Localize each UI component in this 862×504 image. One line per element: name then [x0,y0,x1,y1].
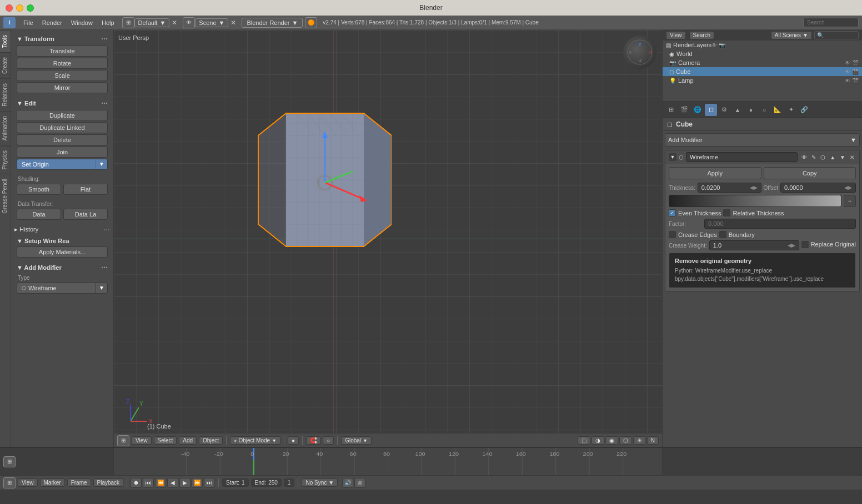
menu-render[interactable]: Render [38,18,67,27]
select-menu[interactable]: Select [154,436,177,445]
edit-header[interactable]: ▼ Edit ··· [14,98,110,109]
crease-weight-input[interactable]: 1.0 ◀▶ [709,240,799,250]
props-tab-object[interactable]: ◻ [705,104,717,116]
rotate-button[interactable]: Rotate [17,58,108,69]
view-icon[interactable]: 👁 [183,17,195,28]
close-button[interactable] [6,4,13,12]
object-mode-dropdown[interactable]: ● Object Mode ▼ [230,436,280,445]
modifier-edit-eye[interactable]: ✎ [810,154,818,161]
bottom-playback[interactable]: Playback [93,478,124,487]
wireframe-type-arrow[interactable]: ▼ [96,283,107,293]
lamp-render[interactable]: 🎬 [852,78,859,84]
props-tab-world[interactable]: 🌐 [691,104,704,116]
camera-render[interactable]: 🎬 [852,60,859,66]
global-search[interactable] [803,18,859,27]
solid-btn[interactable]: ◉ [605,436,618,445]
duplicate-linked-button[interactable]: Duplicate Linked [17,122,108,133]
audio-scrub-btn[interactable]: ◎ [354,478,365,488]
props-tab-modifiers[interactable]: ▲ [731,104,744,116]
layout-dropdown[interactable]: Default ▼ [134,18,170,27]
add-modifier-button[interactable]: Add Modifier ▼ [665,133,860,147]
outliner-search[interactable] [814,31,859,39]
mirror-button[interactable]: Mirror [17,82,108,93]
menu-help[interactable]: Help [97,18,119,27]
view-btn-outliner[interactable]: View [666,31,686,39]
rendered-btn[interactable]: ☀ [633,436,646,445]
history-row[interactable]: ▸ History ··· [11,223,113,235]
cube-render[interactable]: 🎬 [852,69,859,75]
bottom-frame[interactable]: Frame [67,478,91,487]
smooth-button[interactable]: Smooth [17,184,61,195]
props-tab-render[interactable]: ⊞ [665,104,677,116]
edit-options[interactable]: ··· [101,99,108,108]
apply-button[interactable]: Apply [669,167,761,179]
modifier-cage[interactable]: ⬡ [819,154,827,161]
modifier-down[interactable]: ▼ [838,154,847,161]
outliner-renderlayers[interactable]: ▤ RenderLayers 👁 📷 [663,41,862,49]
outliner-cube[interactable]: ◻ Cube 👁 🎬 [663,67,862,76]
render-preview-btn[interactable]: ◑ [592,436,604,445]
camera-eye[interactable]: 👁 [845,60,850,66]
all-scenes-dropdown[interactable]: All Scenes ▼ [771,31,812,39]
timeline-mode-icon[interactable]: ⊞ [3,456,16,467]
transform-header[interactable]: ▼ Transform ··· [14,33,110,44]
join-button[interactable]: Join [17,147,108,158]
set-origin-button[interactable]: Set Origin ▼ [17,159,108,170]
maximize-button[interactable] [27,4,34,12]
search-btn-outliner[interactable]: Search [689,31,715,39]
setup-header[interactable]: ▼ Setup Wire Rea [14,236,110,245]
gradient-flip[interactable]: ↔ [844,195,856,207]
relative-thickness-checkbox[interactable] [723,209,730,216]
scene-close[interactable]: ✕ [228,19,238,27]
btn-play-back[interactable]: ◀ [167,478,178,488]
scale-button[interactable]: Scale [17,70,108,81]
props-tab-particles[interactable]: ✦ [785,104,797,116]
global-dropdown[interactable]: Global ▼ [341,436,372,445]
sidebar-tab-create[interactable]: Create [0,52,11,78]
crease-edges-checkbox[interactable] [669,231,676,238]
bottom-view[interactable]: View [18,478,38,487]
sidebar-tab-tools[interactable]: Tools [0,30,11,52]
outliner-lamp[interactable]: 💡 Lamp 👁 🎬 [663,76,862,85]
data-la-button[interactable]: Data La [63,209,108,220]
timeline-ruler-area[interactable]: -40 -20 0 20 40 60 80 100 120 140 160 18… [114,448,662,475]
outliner-camera[interactable]: 📷 Camera 👁 🎬 [663,58,862,67]
btn-record[interactable]: ⏺ [131,478,142,488]
cube-eye[interactable]: 👁 [845,69,850,75]
flat-button[interactable]: Flat [63,184,108,195]
add-menu[interactable]: Add [179,436,197,445]
minimize-button[interactable] [16,4,23,12]
view-menu[interactable]: View [132,436,152,445]
current-frame[interactable]: 1 [284,478,295,487]
modifier-expand[interactable]: ▼ [669,153,676,161]
duplicate-button[interactable]: Duplicate [17,110,108,121]
renderlayers-cam[interactable]: 📷 [719,42,725,48]
props-tab-constraints[interactable]: ⚙ [718,104,730,116]
menu-window[interactable]: Window [67,18,97,27]
btn-prev-frame[interactable]: ⏪ [155,478,166,488]
btn-forward-end[interactable]: ⏭ [204,478,215,488]
even-thickness-checkbox[interactable]: ✓ [669,209,676,216]
props-tab-material[interactable]: ○ [758,104,770,116]
replace-original-checkbox[interactable] [801,241,809,248]
copy-button[interactable]: Copy [764,167,856,179]
start-field[interactable]: Start: 1 [222,478,248,487]
sidebar-tab-relations[interactable]: Relations [0,78,11,111]
renderlayers-eye[interactable]: 👁 [711,42,717,48]
viewport[interactable]: User Persp [114,30,662,447]
btn-next-frame[interactable]: ⏩ [192,478,203,488]
lamp-eye[interactable]: 👁 [845,78,850,84]
bottom-marker[interactable]: Marker [40,478,65,487]
offset-input[interactable]: 0.0000 ◀▶ [780,183,856,193]
viewport-mode-icon[interactable]: ⊞ [117,435,129,446]
btn-rewind-start[interactable]: ⏮ [143,478,154,488]
scene-dropdown[interactable]: Scene ▼ [195,18,228,27]
add-modifier-options[interactable]: ··· [101,263,108,272]
sync-dropdown[interactable]: No Sync ▼ [302,478,338,487]
thickness-input[interactable]: 0.0200 ◀▶ [698,183,761,193]
add-modifier-header[interactable]: ▼ Add Modifier ··· [14,262,110,273]
sidebar-tab-grease[interactable]: Grease Pencil [0,174,11,218]
outliner-world[interactable]: ◉ World [663,49,862,58]
proportional-btn[interactable]: ○ [323,436,334,445]
object-menu[interactable]: Object [199,436,223,445]
